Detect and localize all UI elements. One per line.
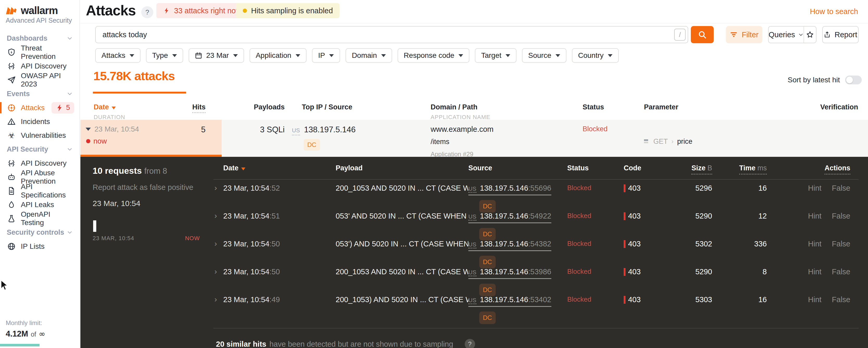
column-hits[interactable]: Hits [192, 103, 206, 113]
filter-chip-ip[interactable]: IP [312, 48, 340, 63]
hit-status: Blocked [567, 267, 624, 276]
hit-row[interactable]: › 23 Mar, 10:54:52 200_1053 AND 5020 IN … [213, 180, 859, 208]
sort-by-latest-hit: Sort by latest hit [787, 76, 862, 84]
attack-date[interactable]: 23 Mar, 10:54 [81, 125, 162, 133]
sidebar-item-threat-prevention[interactable]: Threat Prevention [0, 45, 80, 59]
hint-action[interactable]: Hint [808, 295, 822, 304]
filter-chip-type[interactable]: Type [146, 48, 183, 63]
false-action[interactable]: False [832, 184, 850, 192]
hit-row[interactable]: › 23 Mar, 10:54:51 053' AND 5020 IN ... … [213, 208, 859, 235]
sort-toggle[interactable] [845, 76, 862, 84]
attacks-count-tab[interactable]: 15.78K attacks [93, 69, 175, 83]
sidebar-item-api-specifications[interactable]: API Specifications [0, 184, 80, 198]
attack-payloads[interactable]: 3 SQLi [260, 125, 285, 134]
section-api-security[interactable]: API Security [0, 142, 80, 156]
hit-code: 403 [624, 212, 671, 220]
filter-chip-country[interactable]: Country [572, 48, 619, 63]
filter-chip-date[interactable]: 23 Mar [189, 48, 244, 63]
section-events[interactable]: Events [0, 87, 80, 101]
help-icon[interactable]: ? [141, 6, 153, 18]
false-action[interactable]: False [832, 212, 850, 220]
sort-desc-icon [112, 107, 116, 109]
chevron-down-icon [798, 32, 803, 37]
wallarm-logo-icon [6, 6, 18, 15]
expand-chevron-icon[interactable]: › [213, 184, 223, 192]
column-date[interactable]: Date [81, 103, 162, 111]
sidebar-item-api-leaks[interactable]: API Leaks [0, 198, 80, 211]
false-action[interactable]: False [832, 240, 850, 248]
hit-status: Blocked [567, 295, 624, 303]
false-action[interactable]: False [832, 267, 850, 276]
hit-source[interactable]: US138.197.5.146:55696 DC [468, 184, 567, 212]
search-input[interactable] [95, 26, 688, 43]
attack-status: Blocked [553, 125, 621, 158]
hit-source[interactable]: US138.197.5.146:54382 DC [468, 240, 567, 268]
sidebar-item-api-abuse-prevention[interactable]: API Abuse Prevention [0, 170, 80, 184]
attack-domain[interactable]: www.example.com [431, 125, 553, 134]
expand-chevron-icon[interactable]: › [213, 212, 223, 220]
section-security-controls[interactable]: Security controls [0, 225, 80, 239]
yellow-dot-icon [243, 8, 247, 13]
wallarm-logo[interactable]: wallarm [6, 5, 58, 17]
shield-bolt-icon [7, 48, 16, 57]
column-actions[interactable]: Actions [825, 164, 850, 175]
column-time[interactable]: Time ms [739, 164, 767, 175]
filter-chip-application[interactable]: Application [250, 48, 307, 63]
sidebar-item-incidents[interactable]: Incidents [0, 115, 80, 128]
datacenter-badge[interactable]: DC [304, 139, 320, 150]
sidebar-item-attacks[interactable]: Attacks 5 [0, 101, 80, 115]
sidebar-item-openapi-testing[interactable]: OpenAPI Testing [0, 211, 80, 225]
favorite-star-button[interactable] [804, 27, 816, 43]
filter-chip-attacks[interactable]: Attacks [95, 48, 141, 63]
column-size[interactable]: Size B [691, 164, 712, 175]
chevron-down-icon [172, 54, 177, 57]
false-action[interactable]: False [832, 295, 850, 304]
chevron-right-icon: › [672, 138, 674, 145]
datacenter-badge[interactable]: DC [479, 256, 496, 268]
hint-action[interactable]: Hint [808, 212, 822, 220]
filter-button[interactable]: Filter [726, 26, 762, 43]
column-status: Status [567, 164, 624, 172]
hint-action[interactable]: Hint [808, 240, 822, 248]
sidebar-item-api-discovery[interactable]: API Discovery [0, 59, 80, 73]
help-icon[interactable]: ? [465, 339, 475, 348]
section-dashboards[interactable]: Dashboards [0, 31, 80, 45]
hit-row[interactable]: › 23 Mar, 10:54:49 200_1053) AND 5020 IN… [213, 291, 859, 319]
filter-chip-response-code[interactable]: Response code [398, 48, 470, 63]
sidebar-item-ip-lists[interactable]: IP Lists [0, 239, 80, 253]
hit-source[interactable]: US138.197.5.146:53402 DC [468, 295, 567, 324]
hint-action[interactable]: Hint [808, 184, 822, 192]
attack-top-ip[interactable]: 138.197.5.146 [304, 125, 356, 135]
datacenter-badge[interactable]: DC [479, 284, 496, 296]
expand-chevron-icon[interactable]: › [213, 295, 223, 303]
attacks-right-now-badge[interactable]: 33 attacks right now [156, 3, 248, 18]
collapse-chevron-icon[interactable] [86, 128, 91, 131]
expand-chevron-icon[interactable]: › [213, 267, 223, 275]
attack-row[interactable]: 23 Mar, 10:54 now 5 3 SQLi US 138.197.5.… [81, 120, 868, 157]
report-button[interactable]: Report [822, 26, 859, 43]
filter-chip-domain[interactable]: Domain [345, 48, 392, 63]
expand-chevron-icon[interactable]: › [213, 240, 223, 248]
chevron-down-icon [67, 146, 72, 152]
how-to-search-link[interactable]: How to search [810, 7, 858, 16]
report-false-positive-link[interactable]: Report attack as false positive [93, 183, 200, 192]
hit-row[interactable]: › 23 Mar, 10:54:50 053') AND 5020 IN ...… [213, 235, 859, 263]
sidebar-item-vulnerabilities[interactable]: ☣ Vulnerabilities [0, 128, 80, 142]
hit-source[interactable]: US138.197.5.146:54922 DC [468, 212, 567, 240]
hit-size: 5290 [671, 267, 712, 276]
filter-chip-target[interactable]: Target [475, 48, 517, 63]
hint-action[interactable]: Hint [808, 267, 822, 276]
column-date[interactable]: Date [223, 164, 336, 172]
datacenter-badge[interactable]: DC [479, 200, 496, 212]
queries-button[interactable]: Queries [769, 27, 804, 43]
datacenter-badge[interactable]: DC [479, 228, 496, 240]
country-code[interactable]: US [292, 127, 300, 136]
sidebar-item-owasp-api-2023[interactable]: OWASP API 2023 [0, 73, 80, 87]
hit-size: 5302 [671, 240, 712, 248]
sidebar-item-api-discovery-2[interactable]: API Discovery [0, 156, 80, 170]
hit-row[interactable]: › 23 Mar, 10:54:50 200_1053 AND 5020 IN … [213, 263, 859, 291]
datacenter-badge[interactable]: DC [479, 312, 496, 324]
hit-source[interactable]: US138.197.5.146:53986 DC [468, 267, 567, 296]
filter-chip-source[interactable]: Source [522, 48, 566, 63]
search-button[interactable] [691, 26, 714, 43]
